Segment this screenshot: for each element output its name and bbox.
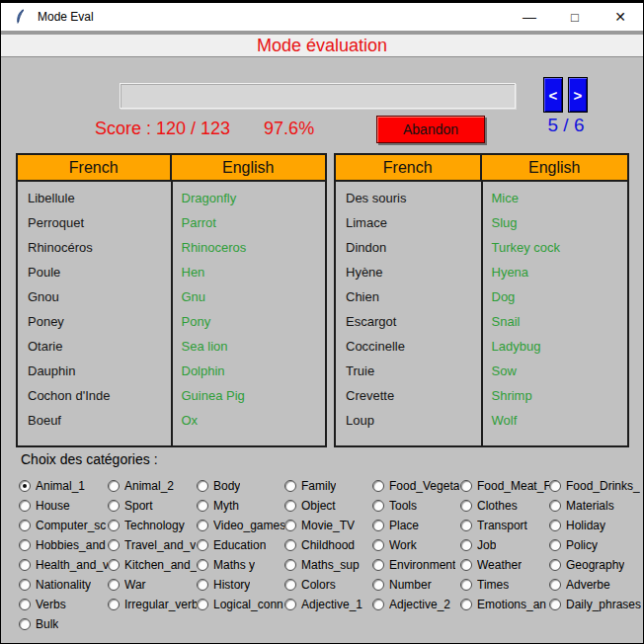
category-option-logical-conn[interactable]: Logical_conn bbox=[197, 595, 284, 614]
radio-icon[interactable] bbox=[460, 559, 472, 571]
radio-icon[interactable] bbox=[197, 579, 208, 591]
category-option-policy[interactable]: Policy bbox=[549, 535, 644, 555]
category-option-history[interactable]: History bbox=[197, 575, 284, 595]
radio-icon[interactable] bbox=[372, 480, 384, 492]
radio-icon[interactable] bbox=[549, 539, 561, 551]
radio-icon[interactable] bbox=[19, 559, 31, 571]
maximize-button[interactable]: □ bbox=[552, 3, 598, 31]
category-option-education[interactable]: Education bbox=[197, 535, 284, 555]
category-option-work[interactable]: Work bbox=[372, 535, 460, 555]
radio-icon[interactable] bbox=[284, 500, 296, 512]
radio-icon[interactable] bbox=[460, 480, 472, 492]
radio-icon[interactable] bbox=[108, 599, 120, 610]
radio-icon[interactable] bbox=[284, 480, 296, 492]
category-option-colors[interactable]: Colors bbox=[284, 575, 372, 595]
radio-icon[interactable] bbox=[108, 520, 120, 531]
radio-icon[interactable] bbox=[108, 559, 120, 571]
radio-icon[interactable] bbox=[19, 520, 31, 531]
category-option-verbs[interactable]: Verbs bbox=[19, 595, 108, 614]
category-option-body[interactable]: Body bbox=[197, 476, 284, 496]
radio-icon[interactable] bbox=[197, 539, 208, 551]
radio-icon[interactable] bbox=[372, 500, 384, 512]
category-option-technology[interactable]: Technology bbox=[108, 516, 197, 535]
category-option-family[interactable]: Family bbox=[284, 476, 372, 496]
category-option-adjective-1[interactable]: Adjective_1 bbox=[284, 595, 372, 614]
radio-icon[interactable] bbox=[197, 480, 208, 492]
category-option-emotions-an[interactable]: Emotions_an bbox=[460, 595, 549, 614]
category-option-nationality[interactable]: Nationality bbox=[19, 575, 108, 595]
category-option-materials[interactable]: Materials bbox=[549, 496, 644, 516]
category-option-bulk[interactable]: Bulk bbox=[19, 614, 108, 634]
radio-icon[interactable] bbox=[284, 599, 296, 610]
category-option-object[interactable]: Object bbox=[284, 496, 372, 516]
title-bar[interactable]: Mode Eval — □ ✕ bbox=[1, 1, 643, 31]
radio-icon[interactable] bbox=[197, 559, 208, 571]
radio-icon[interactable] bbox=[372, 599, 384, 610]
category-option-sport[interactable]: Sport bbox=[108, 496, 197, 516]
category-option-job[interactable]: Job bbox=[460, 535, 549, 555]
radio-icon[interactable] bbox=[460, 539, 472, 551]
category-option-maths-y[interactable]: Maths y bbox=[197, 555, 284, 575]
category-option-number[interactable]: Number bbox=[372, 575, 460, 595]
category-option-transport[interactable]: Transport bbox=[460, 516, 549, 535]
close-button[interactable]: ✕ bbox=[598, 3, 643, 31]
radio-icon[interactable] bbox=[460, 599, 472, 610]
radio-icon[interactable] bbox=[372, 520, 384, 531]
radio-icon[interactable] bbox=[284, 539, 296, 551]
category-option-food-drinks-[interactable]: Food_Drinks_ bbox=[549, 476, 644, 496]
radio-icon[interactable] bbox=[19, 539, 31, 551]
category-option-hobbies-and[interactable]: Hobbies_and bbox=[19, 535, 108, 555]
category-option-food-vegeta[interactable]: Food_Vegeta bbox=[372, 476, 460, 496]
radio-icon[interactable] bbox=[549, 559, 561, 571]
category-option-movie-tv[interactable]: Movie_TV bbox=[284, 516, 372, 535]
radio-icon[interactable] bbox=[19, 579, 31, 591]
category-option-kitchen-and-[interactable]: Kitchen_and_ bbox=[108, 555, 197, 575]
category-option-food-meat-f[interactable]: Food_Meat_F bbox=[460, 476, 549, 496]
category-option-animal-1[interactable]: Animal_1 bbox=[19, 476, 108, 496]
radio-icon[interactable] bbox=[372, 579, 384, 591]
radio-icon[interactable] bbox=[197, 599, 208, 610]
radio-icon[interactable] bbox=[19, 480, 31, 492]
category-option-childhood[interactable]: Childhood bbox=[284, 535, 372, 555]
radio-icon[interactable] bbox=[108, 500, 120, 512]
category-option-war[interactable]: War bbox=[108, 575, 197, 595]
category-option-irregular-verb[interactable]: Irregular_verb bbox=[108, 595, 197, 614]
minimize-button[interactable]: — bbox=[507, 3, 552, 31]
radio-icon[interactable] bbox=[197, 500, 208, 512]
category-option-adverbe[interactable]: Adverbe bbox=[549, 575, 644, 595]
next-page-button[interactable]: > bbox=[568, 77, 588, 113]
category-option-holiday[interactable]: Holiday bbox=[549, 516, 644, 535]
category-option-house[interactable]: House bbox=[19, 496, 108, 516]
category-option-video-games[interactable]: Video_games bbox=[197, 516, 284, 535]
category-option-geography[interactable]: Geography bbox=[549, 555, 644, 575]
radio-icon[interactable] bbox=[549, 599, 561, 610]
category-option-daily-phrases[interactable]: Daily_phrases bbox=[549, 595, 644, 614]
category-option-maths-sup[interactable]: Maths_sup bbox=[284, 555, 372, 575]
radio-icon[interactable] bbox=[197, 520, 208, 531]
category-option-place[interactable]: Place bbox=[372, 516, 460, 535]
category-option-travel-and-v[interactable]: Travel_and_v bbox=[108, 535, 197, 555]
category-option-tools[interactable]: Tools bbox=[372, 496, 460, 516]
radio-icon[interactable] bbox=[549, 480, 561, 492]
category-option-animal-2[interactable]: Animal_2 bbox=[108, 476, 197, 496]
category-option-adjective-2[interactable]: Adjective_2 bbox=[372, 595, 460, 614]
category-option-times[interactable]: Times bbox=[460, 575, 549, 595]
radio-icon[interactable] bbox=[19, 599, 31, 610]
category-option-myth[interactable]: Myth bbox=[197, 496, 284, 516]
radio-icon[interactable] bbox=[549, 500, 561, 512]
radio-icon[interactable] bbox=[284, 520, 296, 531]
category-option-weather[interactable]: Weather bbox=[460, 555, 549, 575]
abandon-button[interactable]: Abandon bbox=[376, 116, 485, 143]
radio-icon[interactable] bbox=[284, 559, 296, 571]
radio-icon[interactable] bbox=[108, 539, 120, 551]
category-option-environment[interactable]: Environment bbox=[372, 555, 460, 575]
prev-page-button[interactable]: < bbox=[543, 77, 563, 113]
radio-icon[interactable] bbox=[549, 520, 561, 531]
category-option-health-and-v[interactable]: Health_and_v bbox=[19, 555, 108, 575]
radio-icon[interactable] bbox=[108, 579, 120, 591]
radio-icon[interactable] bbox=[460, 500, 472, 512]
radio-icon[interactable] bbox=[460, 579, 472, 591]
radio-icon[interactable] bbox=[19, 618, 31, 630]
radio-icon[interactable] bbox=[19, 500, 31, 512]
radio-icon[interactable] bbox=[549, 579, 561, 591]
